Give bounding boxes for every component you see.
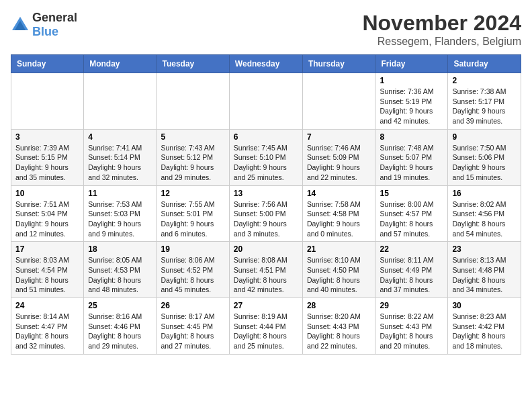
- day-info: Sunrise: 8:03 AMSunset: 4:54 PMDaylight:…: [15, 255, 79, 295]
- logo-icon: [11, 15, 30, 34]
- calendar-week-4: 24Sunrise: 8:14 AMSunset: 4:47 PMDayligh…: [11, 298, 521, 355]
- calendar-cell: [11, 73, 84, 130]
- calendar-cell: 10Sunrise: 7:51 AMSunset: 5:04 PMDayligh…: [11, 185, 84, 242]
- day-info: Sunrise: 8:16 AMSunset: 4:46 PMDaylight:…: [88, 312, 152, 351]
- calendar-cell: 20Sunrise: 8:08 AMSunset: 4:51 PMDayligh…: [229, 242, 302, 298]
- day-number: 10: [15, 189, 79, 198]
- day-info: Sunrise: 8:17 AMSunset: 4:45 PMDaylight:…: [161, 312, 224, 351]
- calendar-cell: 15Sunrise: 8:00 AMSunset: 4:57 PMDayligh…: [375, 185, 448, 242]
- day-info: Sunrise: 8:05 AMSunset: 4:53 PMDaylight:…: [88, 255, 152, 295]
- day-number: 5: [161, 132, 224, 142]
- day-info: Sunrise: 7:38 AMSunset: 5:17 PMDaylight:…: [452, 87, 517, 126]
- day-info: Sunrise: 7:50 AMSunset: 5:06 PMDaylight:…: [452, 143, 517, 183]
- day-number: 24: [15, 301, 79, 310]
- day-number: 27: [234, 301, 298, 310]
- day-number: 28: [307, 301, 371, 310]
- day-number: 2: [452, 76, 517, 85]
- day-number: 7: [307, 132, 371, 142]
- calendar-cell: 27Sunrise: 8:19 AMSunset: 4:44 PMDayligh…: [229, 298, 302, 355]
- calendar-cell: 24Sunrise: 8:14 AMSunset: 4:47 PMDayligh…: [11, 298, 84, 355]
- logo-text-general: General: [32, 11, 77, 24]
- calendar-cell: 3Sunrise: 7:39 AMSunset: 5:15 PMDaylight…: [11, 129, 84, 185]
- header-tuesday: Tuesday: [157, 55, 229, 73]
- day-number: 11: [88, 189, 152, 198]
- day-info: Sunrise: 7:41 AMSunset: 5:14 PMDaylight:…: [88, 143, 152, 183]
- calendar-cell: 8Sunrise: 7:48 AMSunset: 5:07 PMDaylight…: [375, 129, 448, 185]
- day-number: 20: [234, 244, 298, 254]
- day-info: Sunrise: 8:02 AMSunset: 4:56 PMDaylight:…: [452, 199, 517, 239]
- calendar-cell: 26Sunrise: 8:17 AMSunset: 4:45 PMDayligh…: [157, 298, 229, 355]
- logo-text-blue: Blue: [32, 25, 58, 38]
- calendar-cell: 6Sunrise: 7:45 AMSunset: 5:10 PMDaylight…: [229, 129, 302, 185]
- header-monday: Monday: [84, 55, 157, 73]
- day-info: Sunrise: 8:20 AMSunset: 4:43 PMDaylight:…: [307, 312, 371, 351]
- day-number: 1: [380, 76, 443, 85]
- day-number: 6: [234, 132, 298, 142]
- calendar-cell: 12Sunrise: 7:55 AMSunset: 5:01 PMDayligh…: [157, 185, 229, 242]
- day-number: 19: [161, 244, 224, 254]
- location-title: Ressegem, Flanders, Belgium: [362, 36, 521, 48]
- day-number: 25: [88, 301, 152, 310]
- day-info: Sunrise: 8:06 AMSunset: 4:52 PMDaylight:…: [161, 255, 224, 295]
- day-info: Sunrise: 8:22 AMSunset: 4:43 PMDaylight:…: [380, 312, 443, 351]
- calendar-cell: [302, 73, 375, 130]
- day-info: Sunrise: 8:23 AMSunset: 4:42 PMDaylight:…: [452, 312, 517, 351]
- day-info: Sunrise: 7:51 AMSunset: 5:04 PMDaylight:…: [15, 199, 79, 239]
- calendar-cell: 17Sunrise: 8:03 AMSunset: 4:54 PMDayligh…: [11, 242, 84, 298]
- page-header: General Blue November 2024 Ressegem, Fla…: [11, 11, 521, 48]
- day-info: Sunrise: 7:43 AMSunset: 5:12 PMDaylight:…: [161, 143, 224, 183]
- day-number: 26: [161, 301, 224, 310]
- calendar-cell: 13Sunrise: 7:56 AMSunset: 5:00 PMDayligh…: [229, 185, 302, 242]
- day-number: 29: [380, 301, 443, 310]
- calendar-cell: 29Sunrise: 8:22 AMSunset: 4:43 PMDayligh…: [375, 298, 448, 355]
- calendar-cell: 21Sunrise: 8:10 AMSunset: 4:50 PMDayligh…: [302, 242, 375, 298]
- calendar-week-2: 10Sunrise: 7:51 AMSunset: 5:04 PMDayligh…: [11, 185, 521, 242]
- header-friday: Friday: [375, 55, 448, 73]
- day-number: 21: [307, 244, 371, 254]
- day-number: 8: [380, 132, 443, 142]
- day-number: 13: [234, 189, 298, 198]
- day-info: Sunrise: 8:00 AMSunset: 4:57 PMDaylight:…: [380, 199, 443, 239]
- calendar-table: Sunday Monday Tuesday Wednesday Thursday…: [11, 54, 521, 355]
- calendar-week-3: 17Sunrise: 8:03 AMSunset: 4:54 PMDayligh…: [11, 242, 521, 298]
- day-number: 23: [452, 244, 517, 254]
- day-info: Sunrise: 7:36 AMSunset: 5:19 PMDaylight:…: [380, 87, 443, 126]
- day-number: 14: [307, 189, 371, 198]
- day-info: Sunrise: 7:56 AMSunset: 5:00 PMDaylight:…: [234, 199, 298, 239]
- calendar-cell: 25Sunrise: 8:16 AMSunset: 4:46 PMDayligh…: [84, 298, 157, 355]
- calendar-week-0: 1Sunrise: 7:36 AMSunset: 5:19 PMDaylight…: [11, 73, 521, 130]
- calendar-cell: [84, 73, 157, 130]
- day-info: Sunrise: 7:53 AMSunset: 5:03 PMDaylight:…: [88, 199, 152, 239]
- calendar-cell: 30Sunrise: 8:23 AMSunset: 4:42 PMDayligh…: [448, 298, 521, 355]
- day-info: Sunrise: 7:48 AMSunset: 5:07 PMDaylight:…: [380, 143, 443, 183]
- header-sunday: Sunday: [11, 55, 84, 73]
- day-info: Sunrise: 7:45 AMSunset: 5:10 PMDaylight:…: [234, 143, 298, 183]
- calendar-cell: 5Sunrise: 7:43 AMSunset: 5:12 PMDaylight…: [157, 129, 229, 185]
- day-number: 12: [161, 189, 224, 198]
- day-info: Sunrise: 7:39 AMSunset: 5:15 PMDaylight:…: [15, 143, 79, 183]
- calendar-cell: 11Sunrise: 7:53 AMSunset: 5:03 PMDayligh…: [84, 185, 157, 242]
- calendar-cell: [229, 73, 302, 130]
- calendar-header-row: Sunday Monday Tuesday Wednesday Thursday…: [11, 55, 521, 73]
- day-info: Sunrise: 7:55 AMSunset: 5:01 PMDaylight:…: [161, 199, 224, 239]
- header-thursday: Thursday: [302, 55, 375, 73]
- day-number: 9: [452, 132, 517, 142]
- calendar-cell: 28Sunrise: 8:20 AMSunset: 4:43 PMDayligh…: [302, 298, 375, 355]
- calendar-week-1: 3Sunrise: 7:39 AMSunset: 5:15 PMDaylight…: [11, 129, 521, 185]
- day-number: 3: [15, 132, 79, 142]
- calendar-cell: 4Sunrise: 7:41 AMSunset: 5:14 PMDaylight…: [84, 129, 157, 185]
- day-number: 30: [452, 301, 517, 310]
- day-number: 22: [380, 244, 443, 254]
- calendar-cell: 16Sunrise: 8:02 AMSunset: 4:56 PMDayligh…: [448, 185, 521, 242]
- day-info: Sunrise: 8:10 AMSunset: 4:50 PMDaylight:…: [307, 255, 371, 295]
- calendar-cell: 2Sunrise: 7:38 AMSunset: 5:17 PMDaylight…: [448, 73, 521, 130]
- day-info: Sunrise: 8:14 AMSunset: 4:47 PMDaylight:…: [15, 312, 79, 351]
- day-number: 18: [88, 244, 152, 254]
- logo: General Blue: [11, 11, 77, 39]
- day-number: 16: [452, 189, 517, 198]
- calendar-cell: [157, 73, 229, 130]
- calendar-cell: 23Sunrise: 8:13 AMSunset: 4:48 PMDayligh…: [448, 242, 521, 298]
- calendar-cell: 14Sunrise: 7:58 AMSunset: 4:58 PMDayligh…: [302, 185, 375, 242]
- calendar-cell: 19Sunrise: 8:06 AMSunset: 4:52 PMDayligh…: [157, 242, 229, 298]
- calendar-cell: 9Sunrise: 7:50 AMSunset: 5:06 PMDaylight…: [448, 129, 521, 185]
